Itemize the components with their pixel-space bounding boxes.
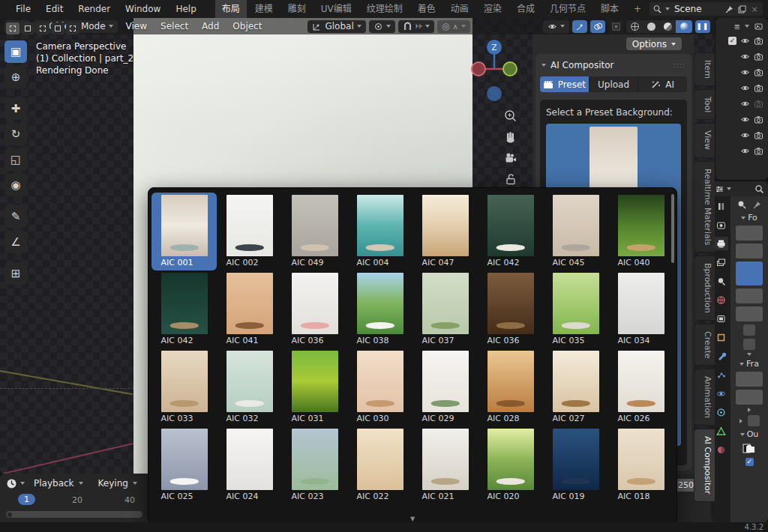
preset-item[interactable]: AIC 023 [282,426,347,504]
render-icon[interactable] [713,218,728,232]
scene-selector[interactable]: Scene × [650,2,763,16]
preset-item[interactable]: AIC 045 [543,193,608,270]
timeline-scrollbar[interactable] [6,511,142,518]
preset-item[interactable]: AIC 042 [152,270,217,348]
format-panel-header[interactable]: Fo [741,213,758,223]
preset-item[interactable]: AIC 027 [543,348,608,426]
shading-material[interactable] [659,20,676,33]
pin-icon[interactable] [724,4,734,14]
outliner-row[interactable]: ✓ [718,33,765,49]
modifiers-icon[interactable] [713,349,728,363]
preset-item[interactable]: AIC 021 [412,426,478,504]
preset-item[interactable]: AIC 028 [478,348,543,426]
xray-toggle[interactable] [608,20,623,33]
panel-collapse-icon[interactable] [542,64,546,67]
collapsed-panel-icon[interactable] [748,408,751,412]
preset-item[interactable]: AIC 019 [543,426,608,504]
hide-eye-icon[interactable] [740,52,750,61]
selectable-checkbox[interactable]: ✓ [728,37,736,45]
disable-render-camera-icon[interactable] [754,83,764,93]
tab-ai[interactable]: AI [638,76,687,92]
select-mode-intersect[interactable] [66,22,80,34]
transform-orientation-dropdown[interactable]: Global [308,20,365,33]
workspace-tab[interactable]: 雕刻 [281,0,313,18]
hide-eye-icon[interactable] [740,146,750,156]
workspace-tab[interactable]: 动画 [444,0,476,18]
sidebar-tab[interactable]: Bproduction [694,256,715,321]
workspace-tab[interactable]: + [627,1,648,18]
preset-item[interactable]: AIC 024 [217,426,282,504]
preset-item[interactable]: AIC 033 [152,348,217,426]
sidebar-tab[interactable]: View [694,123,715,157]
panel-field[interactable] [748,415,760,426]
editor-type-dropdown[interactable] [20,482,25,485]
dropdown-icon[interactable] [747,353,752,356]
proportional-editing[interactable]: ◎ ∧ [437,20,470,33]
current-frame-indicator[interactable]: 1 [18,494,35,505]
frame-range-panel-header[interactable]: Fra [740,359,759,369]
sidebar-tab[interactable]: Animation [694,369,715,426]
preset-item[interactable]: AIC 034 [608,270,674,348]
workspace-tab[interactable]: 纹理绘制 [360,0,410,18]
outliner-row[interactable]: ✓ [718,49,765,64]
sidebar-tab[interactable]: Tool [694,89,715,120]
constraints-icon[interactable] [713,405,728,419]
output-folder-icon[interactable] [742,442,757,455]
zoom-icon[interactable] [504,109,518,123]
properties-editor-icon[interactable] [715,184,724,194]
panel-drag-grip[interactable]: :::: [674,61,686,69]
topbar-menu[interactable]: Help [169,2,202,16]
popup-scrollbar[interactable] [671,194,674,263]
output-icon[interactable] [713,237,728,250]
hide-eye-icon[interactable] [740,36,750,46]
timeline-editor-icon[interactable] [6,478,17,489]
preset-item[interactable]: AIC 042 [478,193,543,270]
unlink-icon[interactable]: × [750,4,760,14]
copy-icon[interactable] [737,4,747,14]
select-mode-extend[interactable] [21,22,34,34]
tool-icon[interactable] [713,199,728,213]
sidebar-tab[interactable]: Realtime Materials [694,161,715,253]
outliner-display-mode-dropdown[interactable] [745,25,749,28]
disable-render-camera-icon[interactable] [754,36,764,46]
outliner-row[interactable]: ✓ [718,112,765,127]
select-mode-new[interactable] [6,22,20,34]
preset-item[interactable]: AIC 022 [347,426,412,504]
lock-icon[interactable] [504,172,518,186]
outliner-row[interactable]: ✓ [718,80,765,96]
output-panel-header[interactable]: Ou [740,429,759,439]
shading-rendered[interactable] [676,20,692,33]
preset-item[interactable]: AIC 002 [217,193,282,270]
topbar-menu[interactable]: Window [118,2,167,16]
preset-item[interactable]: AIC 031 [282,348,347,426]
preset-item[interactable]: AIC 025 [152,426,217,504]
show-gizmos-dropdown[interactable] [543,20,569,33]
workspace-tab[interactable]: 建模 [248,0,280,18]
workspace-tab[interactable]: 合成 [510,0,542,18]
outliner-row[interactable]: ✓ [718,64,765,80]
gizmo-toggle[interactable] [572,20,587,33]
preset-item[interactable]: AIC 020 [478,426,543,504]
preset-item[interactable]: AIC 038 [347,270,412,348]
workspace-tab[interactable]: 脚本 [594,0,626,18]
aspect-x-field[interactable] [736,288,763,303]
preset-item[interactable]: AIC 037 [412,270,478,348]
outliner-row[interactable]: ✓ [718,143,765,159]
hide-eye-icon[interactable] [740,115,750,124]
timeline-menu[interactable]: Keying [92,477,143,490]
disable-render-camera-icon[interactable] [754,52,764,61]
resolution-percent-slider[interactable] [736,262,763,285]
resolution-x-field[interactable] [736,226,763,241]
material-icon[interactable] [713,443,728,456]
sidebar-tab[interactable]: AI Compositor [694,429,715,501]
tool-move[interactable]: ✚ [4,97,27,120]
tab-upload[interactable]: Upload [590,76,639,92]
viewport-menu[interactable]: Select [155,21,194,31]
object-data-icon[interactable] [713,424,728,438]
hide-eye-icon[interactable] [740,99,750,109]
workspace-tab[interactable]: UV编辑 [314,0,358,18]
pivot-point-dropdown[interactable] [369,20,395,33]
viewport-menu[interactable]: Object [227,21,267,31]
overwrite-checkbox[interactable]: ✓ [746,458,754,466]
world-icon[interactable] [713,293,728,306]
